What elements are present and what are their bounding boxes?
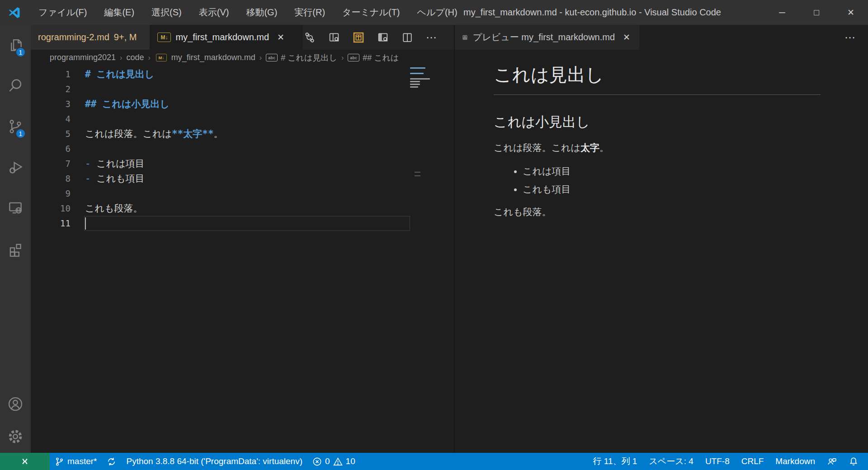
menu-item-4[interactable]: 移動(G)	[237, 0, 286, 25]
errors-count: 0	[325, 456, 330, 466]
open-preview-to-side-button[interactable]	[327, 31, 341, 44]
tab-label: プレビュー my_first_markdown.md	[473, 31, 615, 43]
status-bar: master* Python 3.8.8 64-bit ('ProgramDat…	[0, 453, 868, 470]
tab-my-first-markdown-md[interactable]: M↓ my_first_markdown.md ✕	[150, 25, 303, 50]
table-preview-button-active[interactable]	[352, 31, 365, 44]
symbol-string-icon: abc	[266, 54, 278, 61]
editor-line-4[interactable]: 4	[31, 112, 454, 127]
vscode-logo	[6, 5, 22, 20]
preview-h2: これは小見出し	[494, 113, 821, 132]
preview-actions: ⋯	[639, 25, 868, 50]
maximize-button[interactable]: □	[799, 0, 834, 25]
open-preview-button[interactable]	[376, 31, 390, 44]
close-tab-icon[interactable]: ✕	[275, 31, 286, 43]
sidebar-item-source-control[interactable]: 1	[0, 106, 31, 147]
language-mode-status[interactable]: Markdown	[769, 453, 821, 470]
menu-item-3[interactable]: 表示(V)	[190, 0, 238, 25]
account-icon	[7, 395, 24, 413]
editor-line-5[interactable]: 5これは段落。これは**太字**。	[31, 127, 454, 141]
open-preview-icon	[377, 31, 389, 44]
breadcrumb-separator: ›	[120, 54, 122, 62]
editor-line-7[interactable]: 7- これは項目	[31, 156, 454, 171]
open-preview-to-side-icon	[328, 31, 340, 44]
account-button[interactable]	[0, 388, 31, 420]
tab-git-decoration: 9+, M	[114, 32, 137, 42]
bell-icon	[849, 456, 859, 466]
preview-document-icon	[462, 32, 468, 43]
breadcrumb-separator: ›	[341, 54, 344, 62]
split-editor-button[interactable]	[401, 31, 414, 44]
sync-button[interactable]	[102, 453, 121, 470]
eol-status[interactable]: CRLF	[736, 453, 770, 470]
menu-item-5[interactable]: 実行(R)	[286, 0, 334, 25]
sidebar-item-explorer[interactable]: 1	[0, 25, 31, 66]
current-line-highlight	[84, 216, 410, 231]
sidebar-item-extensions[interactable]	[0, 228, 31, 269]
breadcrumb-item-4[interactable]: abc## これは	[348, 52, 399, 63]
sidebar-item-remote-explorer[interactable]	[0, 188, 31, 228]
settings-button[interactable]	[0, 420, 31, 453]
menu-item-6[interactable]: ターミナル(T)	[334, 0, 408, 25]
git-branch-status[interactable]: master*	[50, 453, 102, 470]
line-number: 2	[31, 82, 71, 97]
close-tab-icon[interactable]: ✕	[621, 31, 632, 43]
search-icon	[7, 77, 24, 94]
editor-scrollbar[interactable]	[415, 172, 420, 179]
python-interpreter-status[interactable]: Python 3.8.8 64-bit ('ProgramData': virt…	[121, 453, 307, 470]
text-cursor	[85, 217, 86, 230]
feedback-button[interactable]	[821, 453, 843, 470]
problems-status[interactable]: 0 10	[307, 453, 360, 470]
editor-line-8[interactable]: 8- これも項目	[31, 171, 454, 186]
line-number: 9	[31, 186, 71, 201]
sidebar-item-search[interactable]	[0, 66, 31, 106]
line-number: 3	[31, 97, 71, 112]
line-number: 1	[31, 67, 71, 82]
breadcrumb-item-2[interactable]: M↓my_first_markdown.md	[155, 53, 255, 62]
remote-explorer-icon	[7, 199, 24, 216]
breadcrumb-item-0[interactable]: programming2021	[50, 53, 116, 62]
open-changes-icon	[303, 31, 316, 44]
window-title: my_first_markdown.md - kut-econ.github.i…	[407, 7, 778, 18]
open-changes-button[interactable]	[303, 31, 316, 44]
minimap[interactable]	[410, 67, 438, 89]
menu-item-1[interactable]: 編集(E)	[95, 0, 143, 25]
menu-bar: ファイル(F)編集(E)選択(S)表示(V)移動(G)実行(R)ターミナル(T)…	[30, 0, 466, 25]
remote-indicator[interactable]	[0, 453, 50, 470]
more-actions-button[interactable]: ⋯	[425, 31, 439, 44]
notifications-button[interactable]	[843, 453, 864, 470]
tab-label: my_first_markdown.md	[175, 32, 269, 42]
editor-line-11[interactable]: 11	[31, 216, 454, 231]
indentation-status[interactable]: スペース: 4	[643, 453, 699, 470]
sidebar-item-run-debug[interactable]	[0, 147, 31, 188]
breadcrumb-item-3[interactable]: abc# これは見出し	[266, 52, 337, 63]
menu-item-2[interactable]: 選択(S)	[143, 0, 190, 25]
tab-preview-my-first-markdown[interactable]: プレビュー my_first_markdown.md ✕	[455, 25, 639, 50]
editor-code-area[interactable]: 1# これは見出し23## これは小見出し45これは段落。これは**太字**。6…	[31, 66, 454, 453]
more-actions-icon: ⋯	[426, 35, 438, 40]
markdown-file-icon: M↓	[157, 33, 171, 42]
status-bar-right: 行 11、列 1 スペース: 4 UTF-8 CRLF Markdown	[587, 453, 868, 470]
line-number: 7	[31, 156, 71, 171]
markdown-file-icon: M↓	[156, 54, 167, 61]
menu-item-0[interactable]: ファイル(F)	[30, 0, 95, 25]
editor-line-2[interactable]: 2	[31, 82, 454, 97]
editor-toolbar: ⋯	[303, 25, 454, 50]
more-actions-icon[interactable]: ⋯	[844, 35, 856, 40]
encoding-status[interactable]: UTF-8	[699, 453, 736, 470]
editor-line-10[interactable]: 10これも段落。	[31, 201, 454, 216]
cursor-position-status[interactable]: 行 11、列 1	[587, 453, 643, 470]
gear-icon	[7, 428, 24, 445]
editor-group: rogramming-2.md 9+, M M↓ my_first_markdo…	[31, 25, 454, 453]
split-editor-icon	[401, 31, 414, 44]
preview-list-item-0: これは項目	[523, 165, 821, 178]
editor-line-3[interactable]: 3## これは小見出し	[31, 97, 454, 112]
explorer-badge: 1	[15, 47, 26, 57]
editor-line-9[interactable]: 9	[31, 186, 454, 201]
tab-programming-2-md[interactable]: rogramming-2.md 9+, M	[31, 25, 150, 50]
minimize-button[interactable]: ─	[765, 0, 799, 25]
preview-list: これは項目これも項目	[494, 165, 821, 196]
breadcrumb-item-1[interactable]: code	[126, 53, 144, 62]
editor-line-1[interactable]: 1# これは見出し	[31, 67, 454, 82]
editor-line-6[interactable]: 6	[31, 141, 454, 156]
close-button[interactable]: ✕	[834, 0, 868, 25]
